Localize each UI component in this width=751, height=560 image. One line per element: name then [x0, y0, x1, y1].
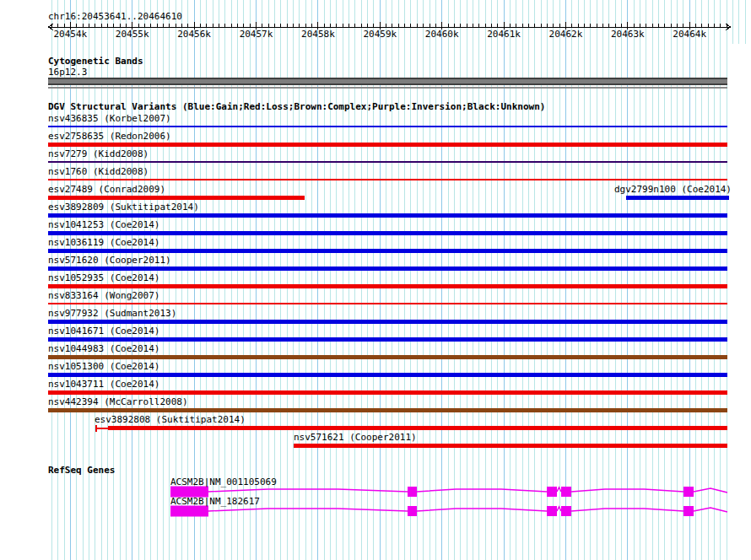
- refseq-gene-track: [0, 0, 751, 560]
- exon-box[interactable]: [170, 506, 208, 517]
- intron-line[interactable]: [571, 489, 683, 492]
- exon-box[interactable]: [561, 506, 571, 516]
- gene-label[interactable]: ACSM2B|NM_001105069: [170, 477, 277, 487]
- exon-box[interactable]: [547, 487, 557, 497]
- exon-box[interactable]: [683, 487, 694, 497]
- exon-box[interactable]: [561, 487, 571, 497]
- exon-box[interactable]: [683, 506, 694, 516]
- intron-line[interactable]: [417, 509, 547, 511]
- intron-line[interactable]: [557, 487, 561, 492]
- intron-line[interactable]: [557, 507, 561, 511]
- intron-line[interactable]: [417, 489, 547, 492]
- intron-line[interactable]: [694, 508, 727, 512]
- gene-label[interactable]: ACSM2B|NM_182617: [170, 497, 260, 507]
- intron-line[interactable]: [208, 489, 408, 492]
- intron-line[interactable]: [208, 509, 408, 511]
- genome-browser-panel: chr16:20453641..20464610 20454k20455k204…: [0, 0, 751, 560]
- exon-box[interactable]: [547, 506, 557, 516]
- exon-box[interactable]: [408, 506, 417, 516]
- exon-box[interactable]: [408, 487, 417, 497]
- intron-line[interactable]: [571, 509, 683, 511]
- intron-line[interactable]: [694, 488, 727, 493]
